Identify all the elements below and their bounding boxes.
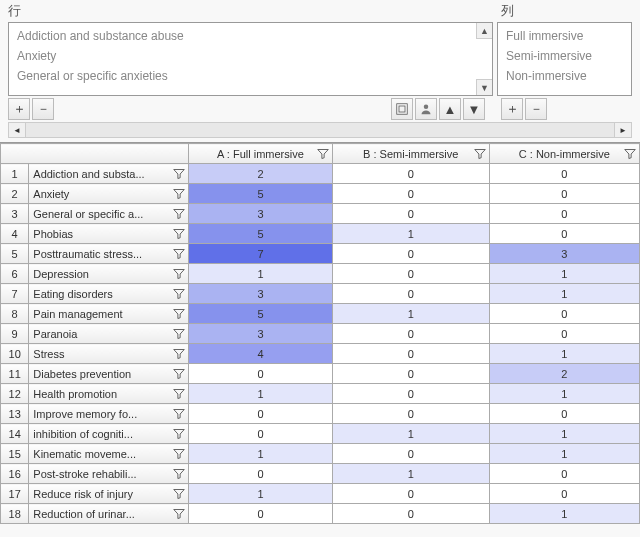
data-cell[interactable]: 1 <box>489 344 639 364</box>
filter-icon[interactable] <box>624 148 636 160</box>
user-icon[interactable] <box>415 98 437 120</box>
row-header[interactable]: Eating disorders <box>29 284 189 304</box>
cols-listbox[interactable]: Full immersiveSemi-immersiveNon-immersiv… <box>497 22 632 96</box>
data-cell[interactable]: 2 <box>189 164 333 184</box>
filter-icon[interactable] <box>173 408 185 420</box>
row-header[interactable]: Addiction and substa... <box>29 164 189 184</box>
data-cell[interactable]: 1 <box>189 484 333 504</box>
data-cell[interactable]: 3 <box>189 324 333 344</box>
row-header[interactable]: General or specific a... <box>29 204 189 224</box>
row-header[interactable]: Kinematic moveme... <box>29 444 189 464</box>
data-cell[interactable]: 3 <box>489 244 639 264</box>
data-cell[interactable]: 1 <box>489 264 639 284</box>
data-cell[interactable]: 0 <box>332 204 489 224</box>
data-cell[interactable]: 1 <box>489 504 639 524</box>
filter-icon[interactable] <box>173 468 185 480</box>
filter-icon[interactable] <box>173 248 185 260</box>
column-header[interactable]: A : Full immersive <box>189 144 333 164</box>
data-cell[interactable]: 4 <box>189 344 333 364</box>
data-cell[interactable]: 1 <box>332 304 489 324</box>
data-cell[interactable]: 0 <box>189 364 333 384</box>
data-cell[interactable]: 0 <box>332 284 489 304</box>
filter-icon[interactable] <box>173 428 185 440</box>
filter-icon[interactable] <box>173 308 185 320</box>
data-cell[interactable]: 1 <box>489 384 639 404</box>
data-cell[interactable]: 1 <box>332 224 489 244</box>
filter-icon[interactable] <box>173 268 185 280</box>
scroll-down-icon[interactable]: ▼ <box>476 79 492 95</box>
data-cell[interactable]: 0 <box>189 504 333 524</box>
data-cell[interactable]: 0 <box>332 444 489 464</box>
data-cell[interactable]: 0 <box>189 424 333 444</box>
data-cell[interactable]: 0 <box>489 304 639 324</box>
row-header[interactable]: Pain management <box>29 304 189 324</box>
data-cell[interactable]: 0 <box>332 344 489 364</box>
data-cell[interactable]: 0 <box>332 484 489 504</box>
row-header[interactable]: Reduce risk of injury <box>29 484 189 504</box>
col-listbox-item[interactable]: Full immersive <box>498 26 631 46</box>
data-cell[interactable]: 1 <box>489 424 639 444</box>
data-cell[interactable]: 3 <box>189 204 333 224</box>
filter-icon[interactable] <box>173 348 185 360</box>
move-up-button[interactable]: ▲ <box>439 98 461 120</box>
data-cell[interactable]: 0 <box>332 324 489 344</box>
data-cell[interactable]: 1 <box>189 264 333 284</box>
data-cell[interactable]: 0 <box>332 384 489 404</box>
row-listbox-item[interactable]: General or specific anxieties <box>9 66 492 86</box>
filter-icon[interactable] <box>173 488 185 500</box>
filter-icon[interactable] <box>173 448 185 460</box>
col-listbox-item[interactable]: Semi-immersive <box>498 46 631 66</box>
row-listbox-item[interactable]: Addiction and substance abuse <box>9 26 492 46</box>
data-cell[interactable]: 5 <box>189 304 333 324</box>
filter-icon[interactable] <box>173 228 185 240</box>
filter-icon[interactable] <box>173 288 185 300</box>
remove-col-button[interactable]: － <box>525 98 547 120</box>
data-cell[interactable]: 0 <box>489 464 639 484</box>
row-header[interactable]: Phobias <box>29 224 189 244</box>
row-header[interactable]: Diabetes prevention <box>29 364 189 384</box>
filter-icon[interactable] <box>173 368 185 380</box>
group-button[interactable] <box>391 98 413 120</box>
data-cell[interactable]: 1 <box>489 284 639 304</box>
data-cell[interactable]: 1 <box>332 424 489 444</box>
data-cell[interactable]: 1 <box>489 444 639 464</box>
filter-icon[interactable] <box>173 168 185 180</box>
data-cell[interactable]: 1 <box>332 464 489 484</box>
data-cell[interactable]: 0 <box>189 464 333 484</box>
row-header[interactable]: Post-stroke rehabili... <box>29 464 189 484</box>
row-header[interactable]: Improve memory fo... <box>29 404 189 424</box>
data-cell[interactable]: 0 <box>489 164 639 184</box>
filter-icon[interactable] <box>317 148 329 160</box>
horizontal-scrollbar[interactable] <box>8 122 632 138</box>
filter-icon[interactable] <box>173 508 185 520</box>
row-header[interactable]: Stress <box>29 344 189 364</box>
filter-icon[interactable] <box>173 208 185 220</box>
row-header[interactable]: inhibition of cogniti... <box>29 424 189 444</box>
remove-row-button[interactable]: － <box>32 98 54 120</box>
filter-icon[interactable] <box>474 148 486 160</box>
data-cell[interactable]: 0 <box>332 504 489 524</box>
rows-listbox[interactable]: Addiction and substance abuseAnxietyGene… <box>8 22 493 96</box>
data-cell[interactable]: 0 <box>489 224 639 244</box>
col-listbox-item[interactable]: Non-immersive <box>498 66 631 86</box>
row-header[interactable]: Health promotion <box>29 384 189 404</box>
filter-icon[interactable] <box>173 328 185 340</box>
data-cell[interactable]: 0 <box>332 404 489 424</box>
data-cell[interactable]: 5 <box>189 224 333 244</box>
data-cell[interactable]: 0 <box>489 484 639 504</box>
row-header[interactable]: Anxiety <box>29 184 189 204</box>
filter-icon[interactable] <box>173 188 185 200</box>
data-cell[interactable]: 3 <box>189 284 333 304</box>
filter-icon[interactable] <box>173 388 185 400</box>
move-down-button[interactable]: ▼ <box>463 98 485 120</box>
row-header[interactable]: Paranoia <box>29 324 189 344</box>
data-cell[interactable]: 1 <box>189 384 333 404</box>
data-cell[interactable]: 5 <box>189 184 333 204</box>
data-cell[interactable]: 0 <box>489 184 639 204</box>
scroll-up-icon[interactable]: ▲ <box>476 23 492 39</box>
row-header[interactable]: Depression <box>29 264 189 284</box>
data-cell[interactable]: 0 <box>332 244 489 264</box>
column-header[interactable]: C : Non-immersive <box>489 144 639 164</box>
row-listbox-item[interactable]: Anxiety <box>9 46 492 66</box>
data-cell[interactable]: 1 <box>189 444 333 464</box>
